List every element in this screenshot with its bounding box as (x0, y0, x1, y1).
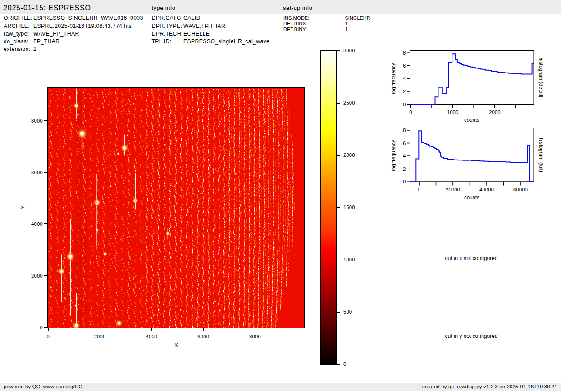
svg-text:40000: 40000 (479, 187, 494, 192)
svg-text:6: 6 (403, 63, 406, 68)
svg-text:0: 0 (403, 102, 406, 107)
svg-text:log frequency: log frequency (391, 140, 396, 171)
svg-text:6: 6 (403, 141, 406, 146)
svg-text:2: 2 (403, 166, 406, 172)
svg-text:0: 0 (409, 109, 412, 115)
svg-text:8: 8 (403, 128, 406, 133)
svg-text:histogram (detail): histogram (detail) (538, 58, 544, 98)
svg-text:8: 8 (403, 50, 406, 55)
svg-text:log frequency: log frequency (391, 63, 396, 94)
svg-text:4: 4 (403, 76, 406, 81)
svg-text:2: 2 (403, 89, 406, 94)
svg-text:counts: counts (464, 195, 479, 200)
svg-text:counts: counts (464, 117, 479, 123)
svg-text:histogram (full): histogram (full) (538, 138, 544, 172)
svg-text:2000: 2000 (489, 109, 501, 115)
svg-text:0: 0 (403, 179, 406, 184)
svg-text:4: 4 (403, 153, 406, 159)
svg-text:20000: 20000 (446, 187, 460, 192)
svg-text:0: 0 (418, 187, 420, 192)
svg-text:1000: 1000 (447, 109, 459, 115)
svg-text:60000: 60000 (513, 187, 528, 192)
